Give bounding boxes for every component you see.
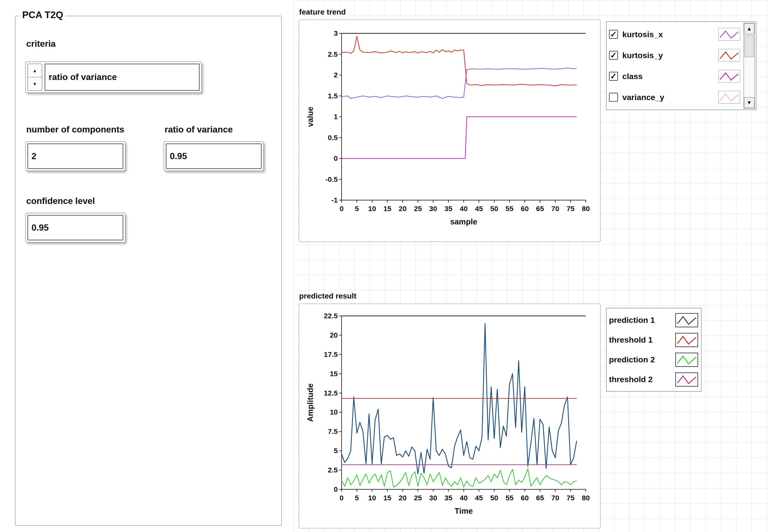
svg-text:Time: Time — [455, 507, 473, 515]
svg-text:40: 40 — [460, 205, 467, 213]
predicted-result-chart: 0510152025303540455055606570758002.557.5… — [299, 304, 601, 528]
svg-text:3: 3 — [334, 29, 338, 37]
legend-scrollbar[interactable]: ▲ ▼ — [744, 23, 755, 109]
legend-item: threshold 1 — [609, 333, 698, 347]
legend-label: threshold 2 — [609, 375, 671, 384]
number-of-components-control — [25, 141, 125, 171]
line-style-swatch[interactable] — [675, 372, 698, 387]
scrollbar-thumb[interactable] — [744, 35, 754, 57]
legend-checkbox[interactable]: ✓ — [609, 51, 618, 60]
svg-text:65: 65 — [536, 205, 544, 213]
svg-text:20: 20 — [399, 494, 406, 502]
svg-text:10: 10 — [330, 408, 338, 416]
svg-text:10: 10 — [368, 205, 376, 213]
svg-text:22.5: 22.5 — [324, 312, 338, 320]
predicted-result-caption: predicted result — [299, 291, 358, 301]
legend-item: variance_y — [609, 91, 740, 104]
svg-text:55: 55 — [505, 205, 513, 213]
legend-label: threshold 1 — [609, 335, 671, 345]
svg-text:7.5: 7.5 — [328, 427, 338, 435]
predicted-result-legend: prediction 1threshold 1prediction 2thres… — [606, 308, 702, 392]
svg-text:0: 0 — [340, 205, 344, 213]
feature-trend-legend: ✓kurtosis_x✓kurtosis_y✓classvariance_y ▲… — [606, 21, 756, 110]
svg-text:20: 20 — [330, 331, 338, 339]
svg-text:-0.5: -0.5 — [325, 175, 338, 183]
svg-text:0: 0 — [340, 494, 344, 502]
spinner-up-button[interactable]: ▲ — [28, 64, 42, 77]
group-box-title: PCA T2Q — [20, 10, 66, 20]
svg-text:2: 2 — [334, 71, 338, 79]
svg-text:value: value — [306, 107, 315, 127]
svg-text:75: 75 — [566, 205, 574, 213]
svg-text:75: 75 — [566, 494, 574, 502]
svg-text:15: 15 — [330, 370, 338, 378]
svg-text:50: 50 — [490, 494, 498, 502]
line-style-swatch[interactable] — [675, 333, 698, 347]
confidence-level-label: confidence level — [26, 196, 95, 206]
svg-text:80: 80 — [582, 205, 590, 213]
legend-checkbox[interactable]: ✓ — [609, 72, 618, 81]
svg-text:5: 5 — [355, 494, 359, 502]
legend-label: kurtosis_x — [622, 30, 714, 39]
svg-text:17.5: 17.5 — [324, 350, 338, 358]
line-style-swatch[interactable] — [718, 70, 740, 83]
ratio-of-variance-input[interactable] — [166, 143, 262, 169]
svg-text:35: 35 — [444, 494, 452, 502]
legend-label: variance_y — [622, 93, 714, 102]
legend-checkbox[interactable]: ✓ — [609, 30, 618, 39]
legend-label: kurtosis_y — [622, 51, 714, 60]
number-of-components-input[interactable] — [27, 143, 123, 169]
svg-text:20: 20 — [399, 205, 406, 213]
scroll-up-button[interactable]: ▲ — [744, 23, 754, 34]
svg-text:80: 80 — [582, 494, 590, 502]
criteria-control: ▲ ▼ — [25, 61, 202, 93]
svg-text:45: 45 — [475, 494, 483, 502]
line-style-swatch[interactable] — [718, 28, 740, 41]
ratio-of-variance-label: ratio of variance — [164, 125, 233, 135]
confidence-level-control — [25, 213, 125, 243]
svg-text:50: 50 — [490, 205, 498, 213]
legend-rows: ✓kurtosis_x✓kurtosis_y✓classvariance_y — [609, 24, 740, 108]
line-style-swatch[interactable] — [675, 353, 698, 367]
feature-trend-chart: 05101520253035404550556065707580-1-0.500… — [299, 20, 601, 242]
spinner-down-button[interactable]: ▼ — [28, 77, 42, 90]
confidence-level-input[interactable] — [27, 215, 123, 240]
svg-text:55: 55 — [505, 494, 513, 502]
svg-text:2.5: 2.5 — [328, 466, 338, 474]
line-style-swatch[interactable] — [675, 313, 698, 327]
up-arrow-icon: ▲ — [33, 68, 37, 73]
legend-item: ✓kurtosis_y — [609, 49, 740, 62]
legend-label: prediction 1 — [609, 315, 671, 325]
svg-text:10: 10 — [368, 494, 376, 502]
svg-text:2.5: 2.5 — [328, 50, 338, 58]
criteria-spinner[interactable]: ▲ ▼ — [27, 64, 42, 91]
legend-label: class — [622, 72, 714, 81]
svg-text:Amplitude: Amplitude — [306, 383, 315, 422]
svg-text:70: 70 — [551, 205, 559, 213]
svg-text:25: 25 — [414, 494, 422, 502]
svg-text:45: 45 — [475, 205, 483, 213]
legend-checkbox[interactable] — [609, 93, 618, 102]
svg-text:40: 40 — [460, 494, 467, 502]
legend-item: ✓class — [609, 70, 740, 83]
svg-text:0.5: 0.5 — [328, 134, 338, 142]
ratio-of-variance-control — [163, 141, 264, 171]
feature-trend-caption: feature trend — [299, 7, 348, 17]
svg-text:35: 35 — [444, 205, 452, 213]
svg-text:0: 0 — [334, 485, 338, 493]
down-arrow-icon: ▼ — [33, 82, 37, 86]
svg-text:60: 60 — [521, 205, 528, 213]
svg-text:15: 15 — [383, 205, 391, 213]
svg-text:5: 5 — [355, 205, 359, 213]
svg-text:1: 1 — [334, 113, 338, 121]
legend-label: prediction 2 — [609, 355, 671, 364]
legend-item: prediction 2 — [609, 353, 698, 367]
svg-text:70: 70 — [551, 494, 559, 502]
up-arrow-icon: ▲ — [747, 26, 752, 32]
line-style-swatch[interactable] — [718, 91, 740, 104]
legend-item: threshold 2 — [609, 372, 698, 387]
scroll-down-button[interactable]: ▼ — [744, 97, 754, 108]
line-style-swatch[interactable] — [718, 49, 740, 62]
criteria-input[interactable] — [45, 64, 200, 91]
svg-text:30: 30 — [429, 494, 437, 502]
